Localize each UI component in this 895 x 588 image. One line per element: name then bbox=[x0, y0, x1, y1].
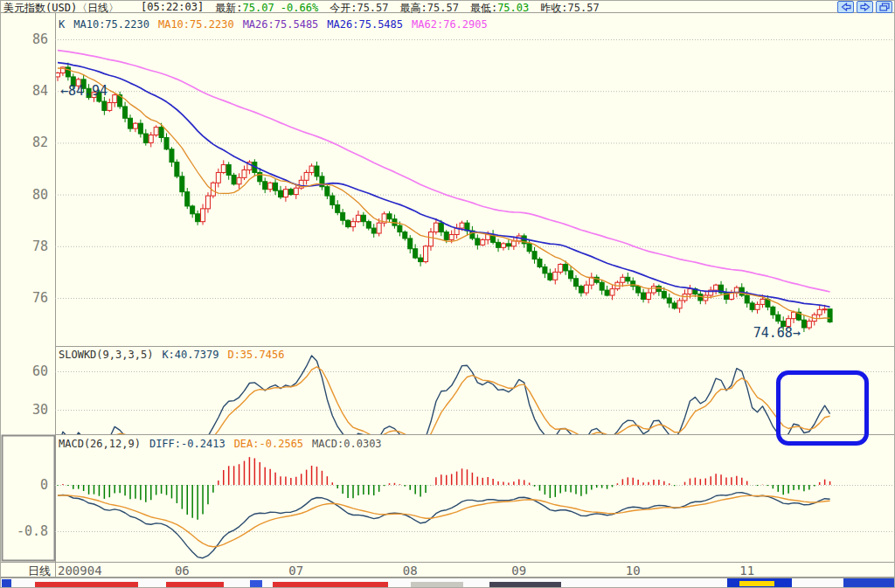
quote-row: [05:22:03] 最新:75.07 -0.66%今开:75.57最高:75.… bbox=[141, 1, 600, 16]
quote-field: 最高:75.57 bbox=[400, 1, 459, 16]
toolbar-icons bbox=[837, 1, 892, 13]
d-value-label: D:35.7456 bbox=[227, 349, 284, 361]
kd-params-label: SLOWKD(9,3,3,5) bbox=[59, 349, 153, 361]
quote-field: 最低:75.03 bbox=[470, 1, 529, 16]
status-fragment bbox=[250, 580, 262, 587]
quote-field: 今开:75.57 bbox=[330, 1, 388, 16]
dea-value-label: DEA:-0.2565 bbox=[234, 438, 303, 450]
back-icon[interactable] bbox=[837, 1, 854, 13]
ma-labels-row: KMA10:75.2230MA10:75.2230MA26:75.5485MA2… bbox=[59, 18, 488, 31]
k-value-label: K:40.7379 bbox=[162, 349, 219, 361]
macd-params-label: MACD(26,12,9) bbox=[59, 438, 141, 450]
ma26-label-2: MA26:75.5485 bbox=[327, 18, 403, 31]
status-fragment bbox=[739, 581, 774, 586]
diff-value-label: DIFF:-0.2413 bbox=[149, 438, 225, 450]
quote-field: 最新:75.07 -0.66% bbox=[215, 1, 318, 16]
status-fragment bbox=[411, 582, 463, 587]
title-bar: 美元指数(USD)〈日线〉 [05:22:03] 最新:75.07 -0.66%… bbox=[0, 0, 895, 12]
cascade-windows-icon[interactable] bbox=[876, 1, 892, 13]
ma62-label: MA62:76.2905 bbox=[412, 18, 488, 31]
chart-canvas[interactable] bbox=[0, 0, 895, 588]
status-fragment bbox=[843, 578, 895, 588]
low-price-annotation: 74.68→ bbox=[732, 325, 801, 341]
status-fragment bbox=[489, 582, 561, 587]
ma10-label-2: MA10:75.2230 bbox=[158, 18, 234, 31]
chart-type-label: K bbox=[59, 18, 65, 31]
quote-fields: 最新:75.07 -0.66%今开:75.57最高:75.57最低:75.03昨… bbox=[215, 1, 599, 16]
status-fragment bbox=[166, 582, 224, 587]
macd-indicator-header: MACD(26,12,9)DIFF:-0.2413DEA:-0.2565MACD… bbox=[59, 438, 382, 450]
status-fragment bbox=[35, 582, 138, 587]
quote-time: [05:22:03] bbox=[141, 1, 204, 16]
ma26-label: MA26:75.5485 bbox=[243, 18, 319, 31]
ma10-label: MA10:75.2230 bbox=[73, 18, 149, 31]
instrument-title: 美元指数(USD)〈日线〉 bbox=[3, 1, 119, 16]
status-fragment bbox=[273, 582, 388, 587]
forward-icon[interactable] bbox=[857, 1, 873, 13]
high-price-annotation: ←84.94 bbox=[60, 83, 108, 99]
status-fragment bbox=[2, 579, 11, 588]
kd-indicator-header: SLOWKD(9,3,3,5)K:40.7379D:35.7456 bbox=[59, 349, 284, 361]
status-bar-clipped bbox=[0, 578, 895, 588]
quote-field: 昨收:75.57 bbox=[540, 1, 599, 16]
macd-value-label: MACD:0.0303 bbox=[312, 438, 381, 450]
